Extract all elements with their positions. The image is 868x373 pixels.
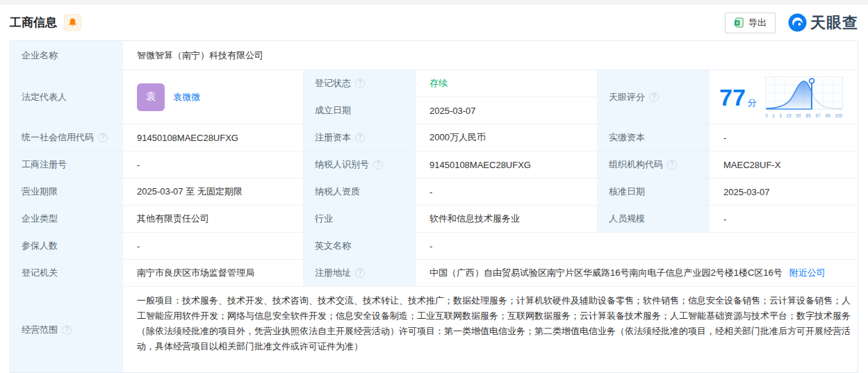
reg-address-label: 注册地址 bbox=[315, 267, 351, 279]
company-type-label: 企业类型 bbox=[10, 206, 123, 233]
reg-address-value: 中国（广西）自由贸易试验区南宁片区华威路16号南向电子信息产业园2号楼1楼C区1… bbox=[429, 267, 783, 279]
legal-rep-cell: 袁 袁微微 bbox=[123, 70, 304, 124]
establish-date-label: 成立日期 bbox=[304, 97, 416, 124]
reg-address-cell: 中国（广西）自由贸易试验区南宁片区华威路16号南向电子信息产业园2号楼1楼C区1… bbox=[416, 260, 858, 287]
tianyancha-logo[interactable]: 天眼查 bbox=[788, 13, 858, 33]
establish-date-value: 2025-03-07 bbox=[416, 97, 598, 124]
score-marker-pin bbox=[809, 78, 814, 83]
taxpayer-id-label: 纳税人识别号 bbox=[315, 158, 369, 171]
business-scope-label-cell: 经营范围 bbox=[10, 287, 123, 372]
english-name-value: - bbox=[416, 233, 858, 260]
company-name-label: 企业名称 bbox=[10, 41, 123, 70]
approval-date-value: 2025-03-07 bbox=[710, 179, 858, 206]
reg-capital-label-cell: 注册资本 bbox=[304, 124, 416, 151]
industry-value: 软件和信息技术服务业 bbox=[416, 206, 598, 233]
score-value: 77 bbox=[719, 85, 746, 109]
business-info-table: 企业名称 智微智算（南宁）科技有限公司 法定代表人 袁 袁微微 登记状态 存续 … bbox=[10, 40, 858, 373]
score-distribution-chart: 0131550859799100 bbox=[765, 76, 843, 118]
business-info-card: 工商信息 X 导出 天眼查 bbox=[0, 5, 868, 373]
org-code-label-cell: 组织机构代码 bbox=[598, 151, 710, 179]
help-icon[interactable] bbox=[62, 325, 72, 335]
credit-code-label: 统一社会信用代码 bbox=[22, 131, 94, 144]
staff-size-value: - bbox=[710, 206, 858, 233]
credit-code-value: 91450108MAEC28UFXG bbox=[123, 124, 304, 151]
staff-size-label: 人员规模 bbox=[598, 206, 710, 233]
reg-status-value-cell: 存续 bbox=[416, 70, 598, 97]
reg-capital-label: 注册资本 bbox=[315, 131, 351, 144]
score-curve-svg bbox=[765, 76, 843, 113]
score-number-wrap: 77 分 bbox=[719, 85, 757, 109]
company-name-value: 智微智算（南宁）科技有限公司 bbox=[123, 41, 858, 70]
reg-status-value: 存续 bbox=[429, 77, 448, 90]
score-axis: 0131550859799100 bbox=[765, 113, 843, 118]
help-icon[interactable] bbox=[373, 160, 383, 169]
bell-icon bbox=[67, 17, 78, 28]
approval-date-label: 核准日期 bbox=[598, 179, 710, 206]
svg-text:X: X bbox=[736, 20, 739, 25]
header-actions: X 导出 天眼查 bbox=[725, 13, 858, 33]
tianyancha-logo-icon bbox=[788, 13, 807, 32]
paid-capital-value: - bbox=[710, 124, 858, 151]
status-date-subgrid: 登记状态 存续 成立日期 2025-03-07 bbox=[304, 70, 598, 124]
reg-authority-value: 南宁市良庆区市场监督管理局 bbox=[123, 260, 304, 287]
reg-status-label: 登记状态 bbox=[315, 77, 351, 90]
card-header: 工商信息 X 导出 天眼查 bbox=[10, 5, 858, 40]
legal-rep-link[interactable]: 袁微微 bbox=[173, 91, 200, 103]
reg-address-label-cell: 注册地址 bbox=[304, 260, 416, 287]
legal-rep-avatar[interactable]: 袁 bbox=[137, 83, 165, 111]
help-icon[interactable] bbox=[649, 92, 659, 102]
help-icon[interactable] bbox=[667, 160, 677, 169]
insured-count-label: 参保人数 bbox=[10, 233, 123, 260]
industry-label: 行业 bbox=[304, 206, 416, 233]
reg-capital-value: 2000万人民币 bbox=[416, 124, 598, 151]
business-term-value: 2025-03-07 至 无固定期限 bbox=[123, 179, 304, 206]
monitor-bell-button[interactable] bbox=[64, 14, 81, 31]
score-unit: 分 bbox=[748, 97, 757, 109]
tianyancha-logo-text: 天眼查 bbox=[810, 13, 858, 33]
help-icon[interactable] bbox=[98, 133, 108, 142]
help-icon[interactable] bbox=[355, 78, 365, 88]
taxpayer-id-label-cell: 纳税人识别号 bbox=[304, 151, 416, 179]
company-type-value: 其他有限责任公司 bbox=[123, 206, 304, 233]
help-icon[interactable] bbox=[355, 268, 365, 278]
reg-authority-label: 登记机关 bbox=[10, 260, 123, 287]
taxpayer-quality-label: 纳税人资质 bbox=[304, 179, 416, 206]
business-scope-label: 经营范围 bbox=[22, 324, 58, 336]
page-top-strip bbox=[0, 0, 868, 5]
legal-rep-label: 法定代表人 bbox=[10, 70, 123, 124]
score-cell[interactable]: 77 分 bbox=[710, 70, 858, 124]
export-button-label: 导出 bbox=[748, 17, 767, 29]
taxpayer-id-value: 91450108MAEC28UFXG bbox=[416, 151, 598, 179]
credit-code-label-cell: 统一社会信用代码 bbox=[10, 124, 123, 151]
paid-capital-label: 实缴资本 bbox=[598, 124, 710, 151]
insured-count-value: - bbox=[123, 233, 304, 260]
excel-icon: X bbox=[734, 17, 744, 28]
english-name-label: 英文名称 bbox=[304, 233, 416, 260]
score-label-cell: 天眼评分 bbox=[598, 70, 710, 124]
nearby-companies-link[interactable]: 附近公司 bbox=[789, 267, 826, 279]
help-icon[interactable] bbox=[355, 133, 365, 142]
org-code-value: MAEC28UF-X bbox=[710, 151, 858, 179]
reg-status-label-cell: 登记状态 bbox=[304, 70, 416, 97]
export-button[interactable]: X 导出 bbox=[725, 13, 776, 33]
score-label: 天眼评分 bbox=[609, 91, 645, 103]
business-scope-value: 一般项目：技术服务、技术开发、技术咨询、技术交流、技术转让、技术推广；数据处理服… bbox=[123, 287, 858, 372]
org-code-label: 组织机构代码 bbox=[609, 158, 663, 171]
business-term-label: 营业期限 bbox=[10, 179, 123, 206]
reg-number-label: 工商注册号 bbox=[10, 151, 123, 179]
taxpayer-quality-value: - bbox=[416, 179, 598, 206]
page-title: 工商信息 bbox=[10, 15, 57, 31]
reg-number-value: - bbox=[123, 151, 304, 179]
